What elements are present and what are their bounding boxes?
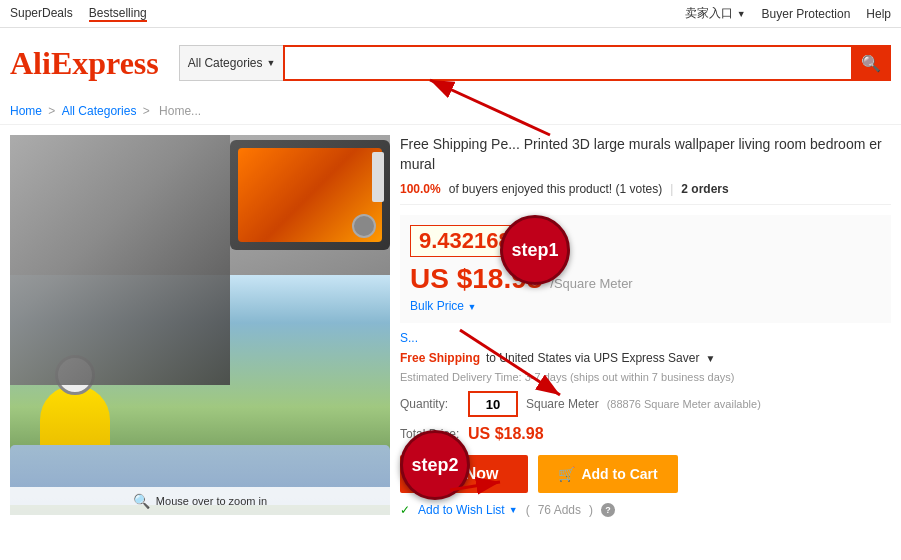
product-images: 0. [10,135,390,517]
orders-number: 2 [681,182,688,196]
breadcrumb: Home > All Categories > Home... [0,98,901,125]
search-icon: 🔍 [861,54,881,73]
seller-label: S... [400,331,418,345]
search-bar: All Categories ▼ 🔍 [179,45,891,81]
quantity-available: (88876 Square Meter available) [607,398,761,410]
logo-text: AliExpress [10,45,159,81]
rating-text: of buyers enjoyed this product! (1 votes… [449,182,662,196]
seller-portal-link[interactable]: 卖家入口 ▼ [685,5,745,22]
help-link[interactable]: Help [866,7,891,21]
zoom-label: Mouse over to zoom in [156,495,267,507]
category-select[interactable]: All Categories ▼ [179,45,284,81]
seller-row: S... [400,331,891,345]
quantity-input[interactable] [468,391,518,417]
main-image[interactable]: 0. [10,135,390,515]
wishlist-count: ( [526,503,530,517]
bw-scene [10,135,230,385]
shipping-to: to United States via UPS Express Saver [486,351,699,365]
help-icon[interactable]: ? [601,503,615,517]
wishlist-row: ✓ Add to Wish List ▼ ( 76 Adds ) ? [400,503,891,517]
price-unit: /Square Meter [550,276,632,291]
search-input[interactable] [283,45,851,81]
chevron-down-icon: ▼ [737,9,746,19]
add-to-cart-button[interactable]: 🛒 Add to Cart [538,455,677,493]
total-label: Total Price: [400,427,460,441]
total-value: US $18.98 [468,425,544,443]
wishlist-count-value: 76 Adds [538,503,581,517]
breadcrumb-current: Home... [159,104,201,118]
logo: AliExpress [10,45,159,82]
product-info: Free Shipping Pe... Printed 3D large mur… [400,135,891,517]
add-to-wishlist-button[interactable]: Add to Wish List ▼ [418,503,518,517]
quantity-unit: Square Meter [526,397,599,411]
super-deals-link[interactable]: SuperDeals [10,6,73,22]
orders-label: orders [691,182,728,196]
chevron-down-icon: ▼ [266,58,275,68]
price-value: US $18.98 [410,263,542,295]
shipping-dropdown-icon[interactable]: ▼ [705,353,715,364]
price-section: 9.432168 US $18.98 /Square Meter Bulk Pr… [400,215,891,323]
quantity-display-value: 9.432168 [410,225,520,257]
buy-now-button[interactable]: Buy Now [400,455,528,493]
rating-row: 100.0% of buyers enjoyed this product! (… [400,182,891,205]
breadcrumb-sep1: > [48,104,58,118]
total-row: Total Price: US $18.98 [400,425,891,443]
divider: | [670,182,673,196]
magnify-icon: 🔍 [133,493,150,509]
orders-count: 2 orders [681,182,728,196]
buyer-protection-link[interactable]: Buyer Protection [762,7,851,21]
top-nav-right: 卖家入口 ▼ Buyer Protection Help [685,5,891,22]
chevron-down-icon: ▼ [509,505,518,515]
breadcrumb-sep2: > [143,104,153,118]
action-buttons: Buy Now 🛒 Add to Cart [400,455,891,493]
product-title: Free Shipping Pe... Printed 3D large mur… [400,135,891,174]
bulk-price[interactable]: Bulk Price ▼ [410,299,881,313]
rating-percent: 100.0% [400,182,441,196]
price-row: US $18.98 /Square Meter [410,263,881,295]
cart-icon: 🛒 [558,466,575,482]
main-content: 0. [0,125,901,527]
chevron-down-icon: ▼ [467,302,476,312]
shipping-row: Free Shipping to United States via UPS E… [400,351,891,365]
tape-measure-img [230,140,390,250]
quantity-label: Quantity: [400,397,460,411]
checkmark-icon: ✓ [400,503,410,517]
wishlist-count-close: ) [589,503,593,517]
bestselling-link[interactable]: Bestselling [89,6,147,22]
category-label: All Categories [188,56,263,70]
search-button[interactable]: 🔍 [851,45,891,81]
quantity-row: Quantity: Square Meter (88876 Square Met… [400,391,891,417]
delivery-row: Estimated Delivery Time: 3-7 days (ships… [400,371,891,383]
top-nav-left: SuperDeals Bestselling [10,6,147,22]
all-categories-link[interactable]: All Categories [62,104,137,118]
add-cart-label: Add to Cart [581,466,657,482]
home-link[interactable]: Home [10,104,42,118]
top-nav: SuperDeals Bestselling 卖家入口 ▼ Buyer Prot… [0,0,901,28]
header: AliExpress All Categories ▼ 🔍 [0,28,901,98]
free-shipping-label: Free Shipping [400,351,480,365]
zoom-bar: 🔍 Mouse over to zoom in [10,487,390,515]
